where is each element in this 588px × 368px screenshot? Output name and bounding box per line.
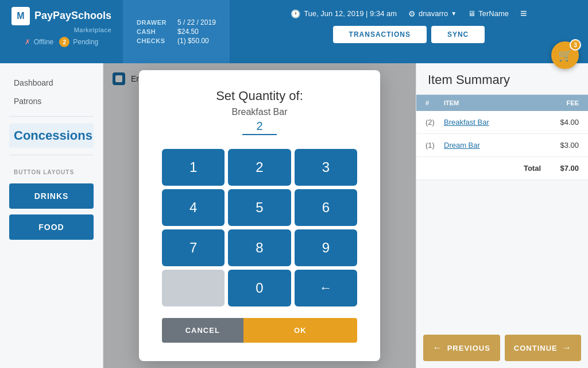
main-layout: Dashboard Patrons Concessions BUTTON LAY…: [0, 63, 588, 368]
numpad-9[interactable]: 9: [295, 229, 357, 266]
panel-footer: ← PREVIOUS CONTINUE →: [416, 328, 588, 368]
numpad-2[interactable]: 2: [228, 149, 291, 186]
sidebar: Dashboard Patrons Concessions BUTTON LAY…: [0, 63, 103, 368]
numpad-8[interactable]: 8: [228, 229, 291, 266]
numpad-4[interactable]: 4: [162, 189, 225, 226]
numpad-5[interactable]: 5: [228, 189, 291, 226]
summary-row-1: (2) Breakfast Bar $4.00: [416, 111, 588, 134]
row2-fee: $3.00: [550, 141, 579, 150]
offline-status: ✗ Offline: [25, 38, 53, 46]
wifi-off-icon: ✗: [25, 38, 30, 46]
col-num-header: #: [425, 99, 439, 106]
row1-fee: $4.00: [550, 118, 579, 126]
item-summary-panel: Item Summary # ITEM FEE (2) Breakfast Ba…: [416, 63, 588, 368]
pending-badge: 2: [59, 37, 69, 47]
hamburger-menu[interactable]: ≡: [520, 7, 527, 20]
previous-button[interactable]: ← PREVIOUS: [423, 335, 500, 361]
numpad-3[interactable]: 3: [295, 149, 357, 186]
numpad-backspace[interactable]: ←: [295, 270, 357, 306]
drawer-info: DRAWER 5 / 22 / 2019 CASH $24.50 CHECKS …: [123, 0, 230, 63]
logo-icon: M: [11, 7, 30, 25]
row2-qty: (1): [425, 141, 439, 150]
summary-total-row: Total $7.00: [416, 157, 588, 180]
sidebar-item-dashboard[interactable]: Dashboard: [9, 75, 94, 91]
header-center: 🕐 Tue, Jun 12, 2019 | 9:34 am ⚙ dnavarro…: [230, 0, 588, 63]
total-label: Total: [425, 164, 546, 172]
sync-button[interactable]: SYNC: [431, 26, 485, 43]
summary-thead: # ITEM FEE: [416, 95, 588, 111]
sidebar-item-concessions[interactable]: Concessions: [9, 124, 94, 148]
numpad-1[interactable]: 1: [162, 149, 225, 186]
user-chevron-icon: ▼: [451, 10, 457, 17]
checks-label: CHECKS: [137, 37, 168, 44]
previous-arrow-icon: ←: [433, 343, 443, 353]
numpad-6[interactable]: 6: [295, 189, 357, 226]
col-item-header: ITEM: [444, 99, 546, 106]
sidebar-section-label: BUTTON LAYOUTS: [9, 167, 94, 178]
cart-icon: 🛒: [558, 48, 572, 62]
food-button[interactable]: FOOD: [9, 214, 94, 240]
gear-icon: ⚙: [408, 9, 416, 18]
content-area: Enter Quantity After Item Selection Set …: [103, 63, 416, 368]
item-summary-title: Item Summary: [428, 72, 577, 87]
summary-row-2: (1) Dream Bar $3.00: [416, 134, 588, 157]
header: M PayPaySchools Marketplace ✗ Offline 2 …: [0, 0, 588, 63]
numpad-0[interactable]: 0: [228, 270, 291, 306]
transactions-button[interactable]: TRANSACTIONS: [333, 26, 427, 43]
sidebar-divider-2: [9, 155, 94, 155]
pending-status: 2 Pending: [59, 37, 98, 47]
cash-value: $24.50: [177, 28, 199, 36]
drawer-label: DRAWER: [137, 19, 168, 26]
summary-table: # ITEM FEE (2) Breakfast Bar $4.00 (1) D…: [416, 95, 588, 328]
row2-item[interactable]: Dream Bar: [444, 141, 546, 150]
row1-qty: (2): [425, 118, 439, 126]
terminal-display: 🖥 TerName: [468, 9, 509, 18]
cart-button[interactable]: 🛒 3: [551, 41, 579, 69]
drinks-button[interactable]: DRINKS: [9, 183, 94, 209]
row1-item[interactable]: Breakfast Bar: [444, 118, 546, 126]
numpad: 1 2 3 4 5 6 7 8 9 0 ←: [162, 149, 357, 306]
total-value: $7.00: [550, 164, 579, 172]
logo-name: PayPaySchools: [34, 10, 111, 22]
logo-area: M PayPaySchools Marketplace ✗ Offline 2 …: [0, 0, 123, 63]
checks-value: (1) $50.00: [177, 37, 209, 45]
continue-arrow-icon: →: [562, 343, 572, 353]
clock-icon: 🕐: [291, 9, 300, 18]
sidebar-item-patrons[interactable]: Patrons: [9, 93, 94, 109]
dialog-overlay: Set Quantity of: Breakfast Bar 2 1 2 3 4…: [103, 63, 416, 368]
logo-subtitle: Marketplace: [74, 26, 111, 33]
continue-button[interactable]: CONTINUE →: [505, 335, 582, 361]
cancel-button[interactable]: CANCEL: [162, 318, 243, 343]
user-display[interactable]: ⚙ dnavarro ▼: [408, 9, 457, 18]
monitor-icon: 🖥: [468, 9, 475, 18]
datetime-display: 🕐 Tue, Jun 12, 2019 | 9:34 am: [291, 9, 397, 18]
cart-count-badge: 3: [570, 39, 581, 51]
drawer-value: 5 / 22 / 2019: [177, 18, 216, 26]
ok-button[interactable]: OK: [243, 318, 357, 343]
numpad-7[interactable]: 7: [162, 229, 225, 266]
dialog-quantity-display: 2: [242, 120, 277, 135]
numpad-empty: [162, 270, 225, 306]
dialog-actions: CANCEL OK: [162, 318, 357, 343]
quantity-dialog: Set Quantity of: Breakfast Bar 2 1 2 3 4…: [139, 70, 380, 361]
sidebar-divider: [9, 116, 94, 117]
dialog-item-name: Breakfast Bar: [162, 107, 357, 117]
col-fee-header: FEE: [550, 99, 579, 106]
dialog-title: Set Quantity of:: [162, 89, 357, 103]
cash-label: CASH: [137, 28, 168, 35]
